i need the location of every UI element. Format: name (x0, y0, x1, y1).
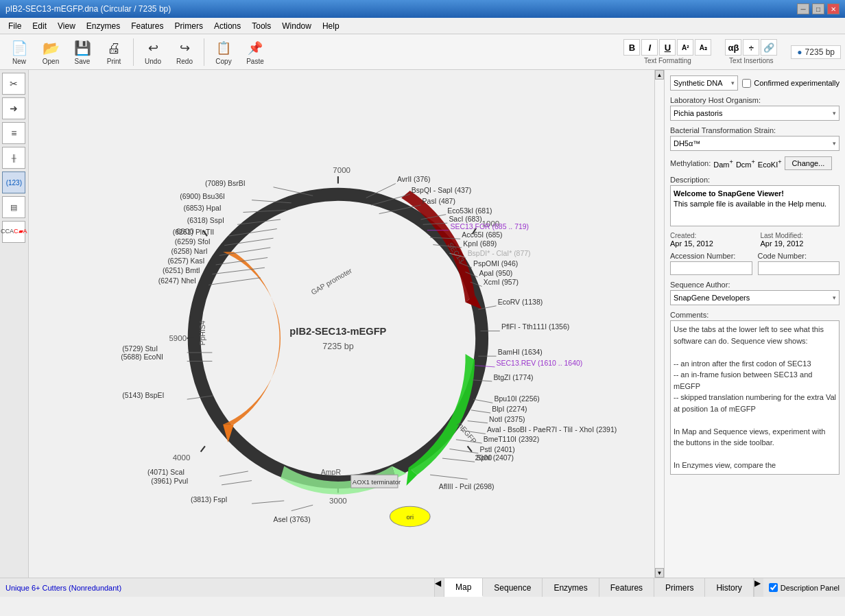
needle-tool[interactable]: ╫ (2, 147, 25, 169)
created-col: Created: Apr 15, 2012 (670, 232, 750, 248)
copy-button[interactable]: 📋 Copy (209, 37, 239, 67)
paste-button[interactable]: 📌 Paste (240, 37, 270, 67)
undo-button[interactable]: ↩ Undo (138, 37, 168, 67)
modified-label: Last Modified: (761, 232, 840, 239)
methylation-label: Methylation: (670, 159, 711, 167)
window-title: pIB2-SEC13-mEGFP.dna (Circular / 7235 bp… (5, 4, 171, 14)
bp-count: 7235 bp (805, 47, 835, 57)
redo-button[interactable]: ↪ Redo (169, 37, 200, 67)
close-btn[interactable]: ✕ (827, 3, 840, 14)
menu-edit[interactable]: Edit (27, 20, 52, 32)
svg-text:GAP promoter: GAP promoter (309, 267, 353, 296)
tab-primers[interactable]: Primers (654, 578, 705, 597)
lines-tool[interactable]: ≡ (2, 122, 25, 144)
svg-text:(6257) KasI: (6257) KasI (167, 257, 204, 265)
canvas-wrapper: 7000 1000 2000 3000 4000 5900 6000 PpHIS… (29, 70, 664, 578)
modified-value: Apr 19, 2012 (761, 239, 840, 248)
svg-text:(5688) EcoNI: (5688) EcoNI (121, 353, 163, 361)
svg-text:PspOMI (946): PspOMI (946) (473, 260, 518, 268)
special-char-button[interactable]: ÷ (743, 39, 759, 56)
link-button[interactable]: 🔗 (761, 39, 777, 56)
accession-input[interactable] (670, 261, 752, 275)
svg-line-78 (430, 475, 468, 479)
svg-text:Bpu10I (2256): Bpu10I (2256) (494, 395, 539, 403)
sequence-author-dropdown[interactable]: SnapGene Developers ▾ (670, 290, 840, 305)
bacterial-strain-dropdown[interactable]: DH5α™ ▾ (670, 136, 840, 151)
menu-enzymes[interactable]: Enzymes (81, 20, 126, 32)
plasmid-svg: 7000 1000 2000 3000 4000 5900 6000 PpHIS… (29, 70, 654, 578)
tab-enzymes[interactable]: Enzymes (543, 578, 599, 597)
lab-host-arrow-icon: ▾ (833, 110, 836, 117)
menu-file[interactable]: File (3, 20, 27, 32)
scroll-left-btn[interactable]: ◀ (435, 578, 444, 597)
subscript-button[interactable]: A₂ (695, 39, 711, 56)
new-button[interactable]: 📄 New (4, 37, 34, 67)
menu-actions[interactable]: Actions (209, 20, 246, 32)
italic-button[interactable]: I (641, 39, 658, 56)
svg-text:(6900) Bsu36I: (6900) Bsu36I (180, 193, 225, 200)
toolbar: 📄 New 📂 Open 💾 Save 🖨 Print ↩ Undo ↪ Red… (0, 34, 845, 70)
menu-window[interactable]: Window (276, 20, 317, 32)
menu-help[interactable]: Help (317, 20, 345, 32)
arrow-tool[interactable]: ➜ (2, 97, 25, 119)
description-panel-checkbox[interactable] (769, 583, 778, 592)
map-canvas[interactable]: 7000 1000 2000 3000 4000 5900 6000 PpHIS… (29, 70, 654, 578)
menu-features[interactable]: Features (126, 20, 169, 32)
save-button[interactable]: 💾 Save (67, 37, 97, 67)
scroll-up-btn[interactable]: ▲ (655, 70, 664, 80)
toolbar-right: B I U A² A₂ Text Formatting αβ ÷ 🔗 Text … (623, 39, 841, 64)
svg-text:5900: 5900 (169, 334, 187, 342)
svg-line-108 (222, 481, 252, 485)
undo-label: Undo (145, 58, 161, 65)
tab-features[interactable]: Features (599, 578, 654, 597)
svg-text:(6259) SfoI: (6259) SfoI (175, 238, 211, 246)
svg-text:PstI (2401): PstI (2401) (479, 446, 514, 453)
text-formatting-section: B I U A² A₂ Text Formatting (623, 39, 711, 64)
svg-text:SEC13.FOR (685 .. 719): SEC13.FOR (685 .. 719) (450, 223, 529, 230)
superscript-button[interactable]: A² (677, 39, 693, 56)
cca-tool[interactable]: CCAC▰A (2, 221, 25, 243)
svg-text:(7089) BsrBI: (7089) BsrBI (205, 180, 246, 187)
band-tool[interactable]: ▤ (2, 196, 25, 218)
svg-text:3000: 3000 (329, 497, 347, 505)
svg-text:NotI (2375): NotI (2375) (489, 416, 525, 423)
redo-icon: ↪ (174, 38, 195, 58)
dam-methylation: Dam+ (713, 158, 733, 169)
bacterial-strain-arrow-icon: ▾ (833, 140, 836, 147)
open-button[interactable]: 📂 Open (36, 37, 66, 67)
confirmed-checkbox[interactable] (742, 79, 751, 88)
scroll-right-btn[interactable]: ▶ (754, 578, 763, 597)
underline-button[interactable]: U (659, 39, 676, 56)
svg-text:SacI (683): SacI (683) (449, 215, 481, 223)
description-bold: Welcome to SnapGene Viewer! (674, 189, 784, 198)
print-button[interactable]: 🖨 Print (99, 37, 129, 67)
menu-primers[interactable]: Primers (169, 20, 209, 32)
scroll-down-btn[interactable]: ▼ (655, 568, 664, 578)
scissors-tool[interactable]: ✂ (2, 73, 25, 95)
code-input[interactable] (758, 261, 840, 275)
menu-view[interactable]: View (52, 20, 81, 32)
greek-button[interactable]: αβ (725, 39, 741, 56)
bacterial-strain-section: Bacterial Transformation Strain: DH5α™ ▾ (670, 126, 840, 151)
svg-line-98 (209, 278, 260, 285)
circle-icon: ● (797, 47, 802, 57)
tab-history[interactable]: History (705, 578, 753, 597)
sequence-numbers-tool[interactable]: (123) (2, 171, 25, 193)
menu-tools[interactable]: Tools (246, 20, 276, 32)
comments-label: Comments: (670, 311, 840, 319)
lab-host-dropdown[interactable]: Pichia pastoris ▾ (670, 106, 840, 121)
svg-text:(6258) NarI: (6258) NarI (171, 248, 207, 255)
tab-map[interactable]: Map (444, 578, 483, 597)
maximize-btn[interactable]: □ (812, 3, 824, 14)
bold-button[interactable]: B (623, 39, 640, 56)
tab-sequence[interactable]: Sequence (483, 578, 543, 597)
svg-line-74 (449, 449, 478, 453)
vertical-scrollbar[interactable]: ▲ ▼ (654, 70, 664, 578)
status-bar: Unique 6+ Cutters (Nonredundant) (0, 578, 435, 597)
minimize-btn[interactable]: ─ (797, 3, 809, 14)
description-text: Welcome to SnapGene Viewer! This sample … (670, 185, 840, 226)
svg-text:(6853) HpaI: (6853) HpaI (183, 204, 221, 212)
change-methylation-btn[interactable]: Change... (785, 156, 833, 170)
dna-type-dropdown[interactable]: Synthetic DNA ▾ (670, 75, 738, 91)
dcm-methylation: Dcm+ (736, 158, 755, 169)
